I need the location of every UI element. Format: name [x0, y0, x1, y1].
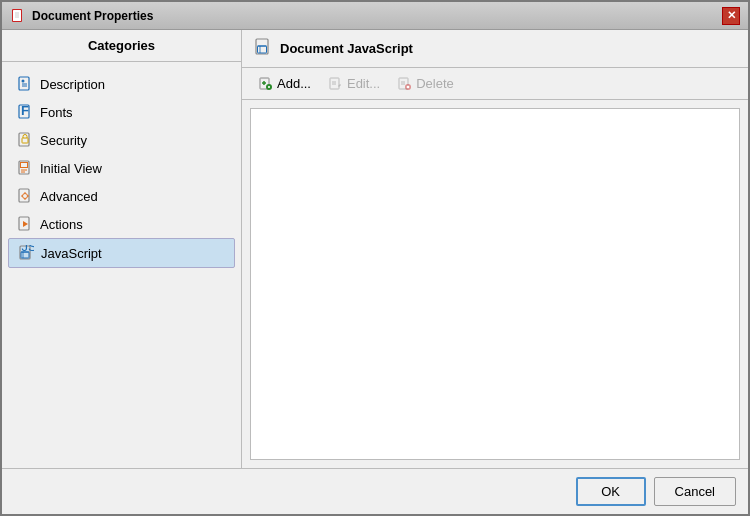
title-bar: Document Properties ✕	[2, 2, 748, 30]
svg-marker-24	[23, 221, 28, 227]
fonts-icon: F	[16, 103, 34, 121]
close-button[interactable]: ✕	[722, 7, 740, 25]
delete-label: Delete	[416, 76, 454, 91]
sidebar-item-fonts[interactable]: F Fonts	[8, 98, 235, 126]
add-button[interactable]: Add...	[250, 72, 320, 95]
svg-text:JS: JS	[22, 245, 35, 254]
svg-rect-12	[22, 138, 28, 143]
right-panel-title: Document JavaScript	[280, 41, 413, 56]
svg-rect-31	[258, 46, 267, 53]
sidebar-item-security[interactable]: Security	[8, 126, 235, 154]
svg-point-6	[22, 80, 25, 83]
delete-button[interactable]: Delete	[389, 72, 463, 95]
javascript-label: JavaScript	[41, 246, 102, 261]
security-icon	[16, 131, 34, 149]
svg-point-18	[23, 194, 28, 199]
sidebar-item-advanced[interactable]: Advanced	[8, 182, 235, 210]
dialog-footer: OK Cancel	[2, 468, 748, 514]
dialog-title: Document Properties	[32, 9, 153, 23]
add-icon	[259, 77, 273, 91]
categories-header: Categories	[2, 30, 241, 62]
sidebar-item-description[interactable]: Description	[8, 70, 235, 98]
javascript-content-area	[250, 108, 740, 460]
edit-button[interactable]: Edit...	[320, 72, 389, 95]
right-panel: Document JavaScript A	[242, 30, 748, 468]
left-panel: Categories Description	[2, 30, 242, 468]
cancel-button[interactable]: Cancel	[654, 477, 736, 506]
actions-icon	[16, 215, 34, 233]
svg-rect-14	[21, 163, 28, 168]
fonts-label: Fonts	[40, 105, 73, 120]
add-label: Add...	[277, 76, 311, 91]
initial-view-icon	[16, 159, 34, 177]
initial-view-label: Initial View	[40, 161, 102, 176]
svg-text:F: F	[21, 104, 29, 118]
advanced-label: Advanced	[40, 189, 98, 204]
right-panel-header: Document JavaScript	[242, 30, 748, 68]
dialog-body: Categories Description	[2, 30, 748, 468]
title-bar-left: Document Properties	[10, 8, 153, 24]
document-icon	[10, 8, 26, 24]
javascript-icon: JS	[17, 244, 35, 262]
edit-icon	[329, 77, 343, 91]
advanced-icon	[16, 187, 34, 205]
actions-label: Actions	[40, 217, 83, 232]
dialog: Document Properties ✕ Categories	[0, 0, 750, 516]
toolbar: Add... Edit...	[242, 68, 748, 100]
right-panel-icon	[254, 38, 272, 59]
ok-button[interactable]: OK	[576, 477, 646, 506]
sidebar-item-initial-view[interactable]: Initial View	[8, 154, 235, 182]
description-label: Description	[40, 77, 105, 92]
sidebar-item-actions[interactable]: Actions	[8, 210, 235, 238]
sidebar-item-javascript[interactable]: JS JavaScript	[8, 238, 235, 268]
description-icon	[16, 75, 34, 93]
edit-label: Edit...	[347, 76, 380, 91]
security-label: Security	[40, 133, 87, 148]
delete-icon	[398, 77, 412, 91]
categories-list: Description F Fonts	[2, 62, 241, 468]
